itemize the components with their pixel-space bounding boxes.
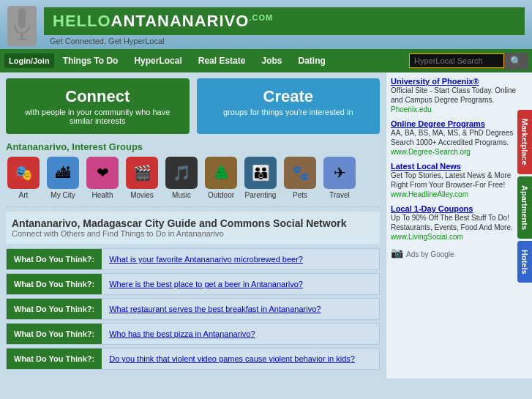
qa-link-1[interactable]: Where is the best place to get a beer in… <box>102 274 310 294</box>
login-button[interactable]: Login/Join <box>4 53 54 68</box>
music-label: Music <box>172 191 191 199</box>
group-music[interactable]: 🎵 Music <box>164 157 199 199</box>
group-outdoor[interactable]: 🌲 Outdoor <box>203 157 239 199</box>
ad-url-1: www.Degree-Search.org <box>391 148 471 156</box>
qa-label-1: What Do You Think?: <box>7 274 102 294</box>
create-button[interactable]: Create groups for things you're interest… <box>197 78 381 134</box>
ad-title-3[interactable]: Local 1-Day Coupons <box>391 204 528 213</box>
nav-jobs[interactable]: Jobs <box>254 51 289 70</box>
hotels-tab[interactable]: Hotels <box>517 241 532 283</box>
qa-row: What Do You Think?: Where is the best pl… <box>6 273 380 295</box>
ad-title-2[interactable]: Latest Local News <box>391 162 528 171</box>
outdoor-label: Outdoor <box>208 191 234 199</box>
pets-icon: 🐾 <box>284 157 316 189</box>
art-label: Art <box>19 191 29 199</box>
right-sidebar: University of Phoenix® Official Site - S… <box>386 72 532 379</box>
group-pets[interactable]: 🐾 Pets <box>282 157 318 199</box>
logo-box: HELLOANTANANARIVO.COM <box>44 7 525 35</box>
logo-city: ANTANANARIVO <box>111 12 250 30</box>
svg-rect-2 <box>17 39 27 40</box>
nav-hyperlocal[interactable]: HyperLocal <box>127 51 189 70</box>
qa-row: What Do You Think?: Who has the best piz… <box>6 323 380 345</box>
qa-label-0: What Do You Think?: <box>7 249 102 269</box>
connect-button[interactable]: Connect with people in your community wh… <box>6 78 190 134</box>
groups-row: 🎭 Art 🏙 My City ❤ Health 🎬 Movies 🎵 <box>6 157 380 199</box>
connect-sub: with people in your community who have s… <box>13 108 182 125</box>
qa-link-0[interactable]: What is your favorite Antananarivo micro… <box>102 249 310 269</box>
marketplace-tab[interactable]: Marketplace <box>517 110 532 174</box>
music-icon: 🎵 <box>165 157 198 189</box>
group-mycity[interactable]: 🏙 My City <box>45 157 80 199</box>
svg-rect-0 <box>18 8 26 29</box>
parenting-label: Parenting <box>245 191 277 199</box>
movies-icon: 🎬 <box>126 157 158 189</box>
qa-link-3[interactable]: Who has the best pizza in Antananarivo? <box>102 324 262 344</box>
ad-text-1: AA, BA, BS, MA, MS, & PhD Degrees Search… <box>391 128 528 147</box>
qa-label-3: What Do You Think?: <box>7 324 102 344</box>
ad-url-0: Phoenix.edu <box>391 105 432 113</box>
group-travel[interactable]: ✈ Travel <box>322 157 357 199</box>
ad-url-2: www.HeadlineAlley.com <box>391 190 468 198</box>
health-icon: ❤ <box>86 157 119 189</box>
cta-row: Connect with people in your community wh… <box>6 78 380 134</box>
ad-2: Latest Local News Get Top Stories, Lates… <box>391 162 528 198</box>
main-content: Connect with people in your community wh… <box>0 72 532 379</box>
connect-title: Connect <box>13 87 182 106</box>
search-area: 🔍 <box>409 53 528 70</box>
create-title: Create <box>204 87 373 106</box>
group-health[interactable]: ❤ Health <box>85 157 120 199</box>
header: HELLOANTANANARIVO.COM Get Connected, Get… <box>0 0 532 49</box>
qa-link-4[interactable]: Do you think that violent video games ca… <box>102 348 362 369</box>
group-art[interactable]: 🎭 Art <box>6 157 41 199</box>
separator <box>6 206 380 207</box>
side-tabs: Marketplace Apartments Hotels <box>517 110 532 283</box>
logo-com: .COM <box>249 12 273 21</box>
parenting-icon: 👪 <box>244 157 277 189</box>
search-input[interactable] <box>409 53 504 68</box>
ad-text-2: Get Top Stories, Latest News & More Righ… <box>391 171 528 190</box>
city-guide: Antananarivo, Madagascar City Guide and … <box>6 212 380 244</box>
navbar: Login/Join Things To Do HyperLocal Real … <box>0 49 532 72</box>
ad-1: Online Degree Programs AA, BA, BS, MA, M… <box>391 119 528 156</box>
search-button[interactable]: 🔍 <box>504 53 528 70</box>
qa-label-4: What Do You Think?: <box>7 348 102 369</box>
logo-text: HELLOANTANANARIVO.COM <box>53 12 273 31</box>
ad-3: Local 1-Day Coupons Up To 90% Off The Be… <box>391 204 528 241</box>
qa-row: What Do You Think?: What is your favorit… <box>6 248 380 270</box>
group-parenting[interactable]: 👪 Parenting <box>243 157 278 199</box>
living-social-icon: 📷 <box>391 247 403 258</box>
health-label: Health <box>92 191 113 199</box>
art-icon: 🎭 <box>7 157 40 189</box>
nav-real-estate[interactable]: Real Estate <box>191 51 253 70</box>
travel-icon: ✈ <box>323 157 356 189</box>
city-guide-sub: Connect with Others and Find Things to D… <box>12 229 374 238</box>
ads-by: Ads by Google <box>406 250 454 258</box>
apartments-tab[interactable]: Apartments <box>517 176 532 239</box>
qa-list: What Do You Think?: What is your favorit… <box>6 248 380 370</box>
qa-label-2: What Do You Think?: <box>7 299 102 319</box>
ad-url-3: www.LivingSocial.com <box>391 233 463 241</box>
header-inner: HELLOANTANANARIVO.COM Get Connected, Get… <box>44 7 525 45</box>
create-sub: groups for things you're interested in <box>204 108 373 116</box>
travel-label: Travel <box>329 191 349 199</box>
mycity-label: My City <box>50 191 75 199</box>
groups-title: Antananarivo, Interest Groups <box>6 141 380 152</box>
qa-link-2[interactable]: What restaurant serves the best breakfas… <box>102 299 328 319</box>
ad-title-0[interactable]: University of Phoenix® <box>391 77 528 86</box>
nav-things-to-do[interactable]: Things To Do <box>56 51 126 70</box>
group-movies[interactable]: 🎬 Movies <box>124 157 160 199</box>
nav-dating[interactable]: Dating <box>291 51 332 70</box>
ad-0: University of Phoenix® Official Site - S… <box>391 77 528 113</box>
outdoor-icon: 🌲 <box>205 157 237 189</box>
header-icon <box>7 6 37 46</box>
qa-row: What Do You Think?: Do you think that vi… <box>6 348 380 370</box>
tagline: Get Connected, Get HyperLocal <box>47 37 525 45</box>
left-content: Connect with people in your community wh… <box>0 72 386 379</box>
ad-text-3: Up To 90% Off The Best Stuff To Do! Rest… <box>391 213 528 232</box>
pets-label: Pets <box>293 191 307 199</box>
logo-hello: HELLO <box>53 12 111 30</box>
mycity-icon: 🏙 <box>47 157 79 189</box>
ad-text-0: Official Site - Start Class Today. Onlin… <box>391 86 528 105</box>
svg-rect-1 <box>20 33 23 39</box>
ad-title-1[interactable]: Online Degree Programs <box>391 119 528 128</box>
